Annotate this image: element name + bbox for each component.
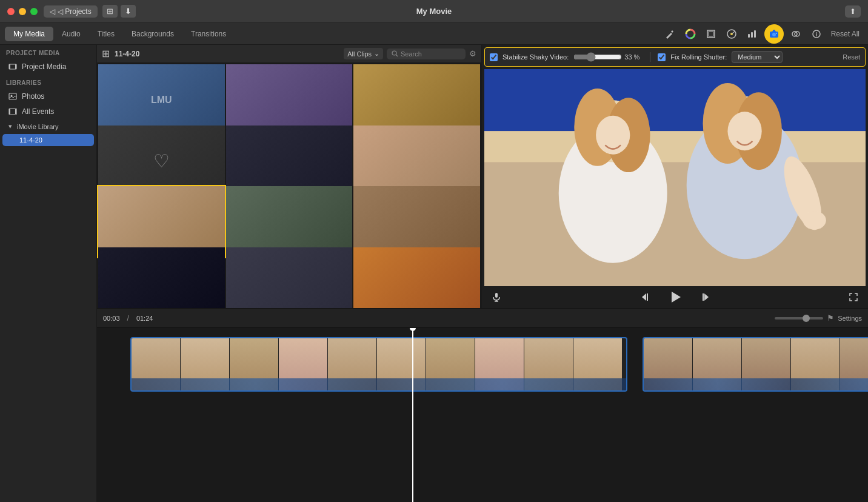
svg-line-5 xyxy=(732,32,735,34)
imovie-library-label: iMovie Library xyxy=(17,123,58,130)
tab-audio[interactable]: Audio xyxy=(53,27,89,41)
media-thumb-12[interactable] xyxy=(353,247,480,309)
media-thumb-11[interactable] xyxy=(226,247,353,309)
stabilize-slider-container: 33 % xyxy=(573,52,643,62)
playhead-handle[interactable] xyxy=(410,328,416,331)
tab-titles[interactable]: Titles xyxy=(89,27,123,41)
timeline-tracks xyxy=(97,337,868,404)
camera-icon[interactable] xyxy=(764,24,784,44)
main-layout: PROJECT MEDIA Project Media LIBRARIES Ph… xyxy=(0,45,868,502)
stabilize-shaky-label: Stabilize Shaky Video: xyxy=(502,53,569,61)
wand-icon[interactable] xyxy=(661,25,678,42)
info-icon[interactable]: i xyxy=(808,25,825,42)
rolling-shutter-label: Fix Rolling Shutter: xyxy=(670,53,727,61)
timeline-toolbar: 00:03 / 01:24 ⚑ Settings xyxy=(97,309,868,328)
current-timecode: 00:03 xyxy=(103,315,120,322)
nav-tabs: My Media Audio Titles Backgrounds Transi… xyxy=(0,23,868,45)
title-bar-right: ⬆ xyxy=(845,5,861,18)
play-button[interactable] xyxy=(667,289,684,306)
crop-icon[interactable] xyxy=(703,25,719,42)
media-grid: LMU ♡ xyxy=(97,63,481,308)
speed-gauge-icon[interactable] xyxy=(723,25,740,42)
timeline-clip-2[interactable] xyxy=(643,337,868,392)
svg-marker-11 xyxy=(772,30,776,32)
all-clips-dropdown[interactable]: All Clips ⌄ xyxy=(344,48,383,59)
grid-toggle-icon[interactable]: ⊞ xyxy=(102,48,110,59)
rolling-shutter-select[interactable]: Off Low Medium High Extra High xyxy=(732,51,783,63)
filter-icon[interactable] xyxy=(787,25,804,42)
fullscreen-button[interactable] xyxy=(845,289,862,306)
window-title: My Movie xyxy=(416,7,452,16)
maximize-button[interactable] xyxy=(30,8,38,15)
upload-button[interactable]: ⬆ xyxy=(845,5,861,18)
volume-bars-icon[interactable] xyxy=(744,25,761,42)
gear-icon[interactable]: ⚙ xyxy=(469,49,476,58)
playhead[interactable] xyxy=(412,328,413,502)
svg-point-41 xyxy=(803,211,826,230)
photos-icon xyxy=(8,92,17,101)
skip-forward-button[interactable] xyxy=(696,289,713,306)
tab-backgrounds[interactable]: Backgrounds xyxy=(123,27,182,41)
dropdown-chevron: ⌄ xyxy=(374,50,379,58)
media-thumb-10[interactable] xyxy=(98,247,225,309)
sidebar-item-photos[interactable]: Photos xyxy=(2,89,94,104)
playback-controls xyxy=(638,289,713,306)
mic-button[interactable] xyxy=(488,289,505,306)
project-media-section-label: PROJECT MEDIA xyxy=(0,45,96,59)
svg-marker-48 xyxy=(704,293,709,301)
search-bar[interactable] xyxy=(387,49,466,59)
zoom-bar[interactable] xyxy=(775,317,823,320)
timeline-right-controls: ⚑ Settings xyxy=(775,313,862,323)
stabilize-bar: Stabilize Shaky Video: 33 % Fix Rolling … xyxy=(484,47,866,67)
color-wheel-icon[interactable] xyxy=(682,25,699,42)
sidebar-item-project-media[interactable]: Project Media xyxy=(2,59,94,74)
projects-button[interactable]: ◁ ◁ Projects xyxy=(44,5,98,18)
svg-rect-23 xyxy=(9,109,10,114)
reset-all-button[interactable]: Reset All xyxy=(829,30,862,38)
timeline-clip-1[interactable] xyxy=(130,337,627,392)
timecode-separator: / xyxy=(127,314,129,323)
timeline-settings-button[interactable]: Settings xyxy=(838,315,862,322)
preview-scene xyxy=(484,69,866,286)
svg-marker-45 xyxy=(642,293,646,301)
stabilize-checkbox[interactable] xyxy=(490,53,498,61)
minimize-button[interactable] xyxy=(19,8,26,15)
svg-rect-12 xyxy=(776,33,777,34)
preview-panel: Stabilize Shaky Video: 33 % Fix Rolling … xyxy=(482,45,868,308)
flag-icon: ⚑ xyxy=(827,313,834,323)
skip-back-button[interactable] xyxy=(638,289,655,306)
stabilize-slider[interactable] xyxy=(573,52,622,62)
svg-line-26 xyxy=(396,55,398,57)
tab-my-media[interactable]: My Media xyxy=(5,27,53,41)
close-button[interactable] xyxy=(7,8,15,15)
svg-marker-47 xyxy=(672,292,681,303)
svg-point-10 xyxy=(772,33,776,36)
rolling-shutter-checkbox[interactable] xyxy=(658,53,666,61)
zoom-handle[interactable] xyxy=(803,315,810,322)
media-browser: ⊞ 11-4-20 All Clips ⌄ xyxy=(97,45,482,308)
filmstrip-icon xyxy=(8,62,17,71)
sidebar-item-date[interactable]: 11-4-20 xyxy=(2,134,94,146)
tab-transitions[interactable]: Transitions xyxy=(182,27,235,41)
svg-rect-8 xyxy=(754,30,756,38)
sidebar-item-all-events[interactable]: All Events xyxy=(2,104,94,119)
stabilize-pct-value: 33 % xyxy=(624,53,643,61)
svg-rect-49 xyxy=(703,293,704,301)
sidebar-item-imovie-library[interactable]: ▾ iMovie Library xyxy=(2,119,94,133)
svg-rect-6 xyxy=(748,34,750,38)
timeline-content xyxy=(97,328,868,502)
stabilize-reset-button[interactable]: Reset xyxy=(843,53,860,61)
view-toggle-button[interactable]: ⊞ xyxy=(102,5,118,18)
svg-rect-19 xyxy=(15,64,16,69)
search-input[interactable] xyxy=(401,50,449,58)
svg-rect-2 xyxy=(709,32,713,36)
view-toggle-2-button[interactable]: ⬇ xyxy=(121,5,136,18)
content-area: ⊞ 11-4-20 All Clips ⌄ xyxy=(97,45,868,502)
divider xyxy=(650,52,650,62)
svg-rect-20 xyxy=(9,93,16,99)
svg-text:i: i xyxy=(815,32,817,38)
timeline-zoom xyxy=(775,317,823,320)
svg-point-25 xyxy=(392,51,396,55)
media-date-label: 11-4-20 xyxy=(115,50,139,58)
timeline-area: 00:03 / 01:24 ⚑ Settings xyxy=(97,308,868,502)
